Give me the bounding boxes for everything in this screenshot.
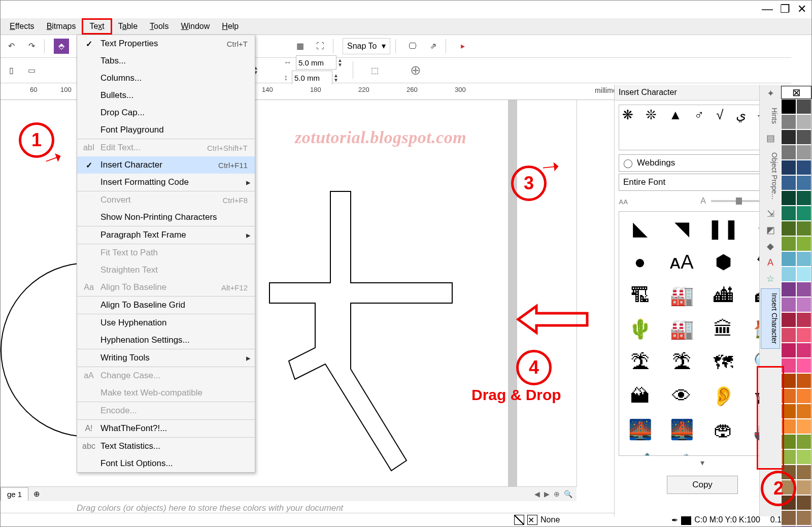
outline-swatch[interactable]: ✒︎C:0 M:0 Y:0 K:100 xyxy=(671,515,760,525)
menu-item-show-non-printing-characters[interactable]: Show Non-Printing Characters xyxy=(77,209,255,226)
glyph-cell[interactable]: 📢 xyxy=(619,446,661,456)
color-swatch[interactable] xyxy=(796,404,811,419)
import-button[interactable]: ⬘ xyxy=(54,39,69,54)
color-swatch[interactable] xyxy=(796,145,811,160)
glyph-cell[interactable]: 👂 xyxy=(702,379,744,413)
color-swatch[interactable] xyxy=(781,267,796,282)
hints-icon[interactable]: ✦ xyxy=(764,87,777,100)
color-swatch[interactable] xyxy=(781,129,796,145)
color-swatch[interactable] xyxy=(796,480,811,495)
dock-tab-insert-character[interactable]: Insert Character xyxy=(761,288,780,348)
glyph-cell[interactable]: ⬢ xyxy=(702,245,744,279)
portrait-icon[interactable]: ▯ xyxy=(4,62,19,78)
transform-icon[interactable]: ◩ xyxy=(764,223,777,237)
menu-item-font-playground[interactable]: Font Playground xyxy=(77,121,255,139)
menu-item-whatthefont-[interactable]: A! WhatTheFont?!... xyxy=(77,419,255,437)
glyph-cell[interactable]: 🏙 xyxy=(702,279,744,312)
snap-to-dropdown[interactable]: Snap To▾ xyxy=(343,38,390,54)
color-swatch[interactable] xyxy=(796,510,811,525)
color-swatch[interactable] xyxy=(796,449,811,465)
menu-help[interactable]: Help xyxy=(216,20,245,33)
recent-glyph[interactable]: ♂ xyxy=(694,107,704,123)
menu-item-text-properties[interactable]: Text Properties Ctrl+T xyxy=(77,35,255,52)
menu-item-insert-character[interactable]: Insert Character Ctrl+F11 xyxy=(77,156,255,174)
landscape-icon[interactable]: ▭ xyxy=(24,62,39,78)
recent-glyph[interactable]: ❋ xyxy=(622,107,633,123)
menu-table[interactable]: Table xyxy=(112,20,144,33)
menu-item-bullets-[interactable]: Bullets... xyxy=(77,87,255,104)
color-swatch[interactable] xyxy=(796,358,811,373)
glyph-cell[interactable]: 🏔 xyxy=(619,379,661,413)
glyph-cell[interactable]: ◥ xyxy=(661,212,702,245)
menu-item-writing-tools[interactable]: Writing Tools ▸ xyxy=(77,349,255,367)
dock-tab-hints[interactable]: Hints xyxy=(761,103,780,128)
undo-arrow-icon[interactable]: ↶ xyxy=(4,39,19,54)
glyph-cell[interactable]: 👁 xyxy=(661,379,702,413)
minimize-button[interactable]: — xyxy=(762,3,773,16)
menu-text[interactable]: Text xyxy=(82,18,112,35)
page-tab-1[interactable]: ge 1 xyxy=(1,487,28,501)
objprops-icon[interactable]: ▤ xyxy=(764,131,777,145)
color-swatch[interactable] xyxy=(796,343,811,358)
close-button[interactable]: ✕ xyxy=(797,3,806,16)
glyph-cell[interactable]: 🌉 xyxy=(661,413,702,446)
color-swatch[interactable] xyxy=(796,327,811,343)
text-icon[interactable]: A xyxy=(764,256,777,269)
dup-distance-x[interactable]: ↔︎▲▼ xyxy=(284,55,343,70)
color-swatch[interactable] xyxy=(781,510,796,525)
color-swatch[interactable] xyxy=(781,343,796,358)
glyph-cell[interactable]: 🏟 xyxy=(702,413,744,446)
color-swatch[interactable] xyxy=(796,221,811,236)
glyph-cell[interactable]: 🏛 xyxy=(702,312,744,346)
add-page-icon[interactable]: ⊕ xyxy=(408,62,423,78)
glyph-cell[interactable]: 🗺 xyxy=(702,346,744,379)
preview-icon[interactable]: ▦ xyxy=(292,39,308,54)
color-swatch[interactable] xyxy=(781,206,796,221)
color-swatch[interactable] xyxy=(781,236,796,251)
color-swatch[interactable] xyxy=(796,129,811,145)
add-page-tab[interactable]: ⊕ xyxy=(28,487,45,501)
align-icon[interactable]: ⇲ xyxy=(764,207,777,220)
glyph-cell[interactable]: ❚❚ xyxy=(702,212,744,245)
recent-glyph[interactable]: √ xyxy=(716,107,723,123)
redo-arrow-icon[interactable]: ↷ xyxy=(24,39,39,54)
dup-distance-y[interactable]: ↕︎▲▼ xyxy=(284,71,343,85)
color-swatch[interactable] xyxy=(796,388,811,404)
recent-glyph[interactable]: ي xyxy=(736,107,746,123)
glyph-cell[interactable]: 🏗 xyxy=(619,279,661,312)
menu-item-paragraph-text-frame[interactable]: Paragraph Text Frame ▸ xyxy=(77,226,255,244)
glyph-cell[interactable]: ● xyxy=(619,245,661,279)
star-icon[interactable]: ☆ xyxy=(764,272,777,285)
treat-as-filled-icon[interactable]: ⬚ xyxy=(367,62,383,78)
color-swatch[interactable] xyxy=(781,114,796,129)
fill-swatch[interactable]: ✕None xyxy=(514,515,560,525)
glyph-cell[interactable]: ◣ xyxy=(619,212,661,245)
navigator-buttons[interactable]: ◀▶⊕🔍 xyxy=(534,490,577,498)
color-swatch[interactable] xyxy=(796,267,811,282)
launch-icon[interactable]: ⇗ xyxy=(425,39,441,54)
color-swatch[interactable] xyxy=(781,312,796,327)
color-swatch[interactable] xyxy=(781,327,796,343)
glyph-cell[interactable]: 🏝 xyxy=(619,346,661,379)
menu-item-use-hyphenation[interactable]: Use Hyphenation xyxy=(77,314,255,332)
color-swatch[interactable] xyxy=(781,160,796,175)
menu-effects[interactable]: Effects xyxy=(4,20,41,33)
glyph-cell[interactable]: 🏝 xyxy=(661,346,702,379)
glyph-cell[interactable]: 🌵 xyxy=(619,312,661,346)
color-swatch[interactable] xyxy=(781,190,796,206)
color-swatch[interactable] xyxy=(796,175,811,190)
menu-item-font-list-options-[interactable]: Font List Options... xyxy=(77,455,255,472)
menu-item-hyphenation-settings-[interactable]: Hyphenation Settings... xyxy=(77,332,255,349)
menu-item-tabs-[interactable]: Tabs... xyxy=(77,52,255,70)
color-swatch[interactable] xyxy=(781,175,796,190)
glyph-cell[interactable]: 🏭 xyxy=(661,312,702,346)
color-swatch[interactable] xyxy=(796,282,811,297)
color-swatch[interactable] xyxy=(796,495,811,510)
menu-item-text-statistics-[interactable]: abc Text Statistics... xyxy=(77,437,255,455)
color-swatch[interactable] xyxy=(781,282,796,297)
menu-item-align-to-baseline-grid[interactable]: Align To Baseline Grid xyxy=(77,296,255,314)
color-swatch[interactable] xyxy=(796,373,811,388)
color-swatch[interactable] xyxy=(796,312,811,327)
color-swatch[interactable] xyxy=(781,145,796,160)
maximize-button[interactable]: ❐ xyxy=(780,3,790,16)
